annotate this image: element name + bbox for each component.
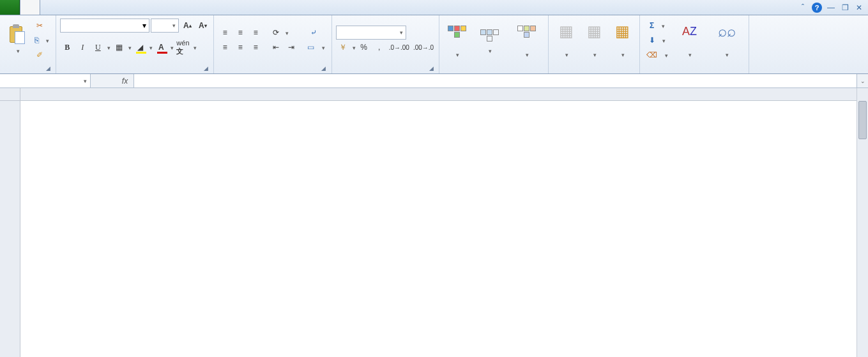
tab-view[interactable] — [136, 0, 155, 15]
align-left-button[interactable]: ≡ — [218, 40, 232, 54]
column-headers — [20, 88, 857, 101]
inc-decimal-button[interactable]: .0→.00 — [388, 40, 411, 54]
currency-button[interactable]: ￥ — [336, 40, 350, 54]
indent-dec-button[interactable]: ⇤ — [269, 40, 283, 54]
delete-cells-button[interactable]: ▦ — [581, 20, 607, 60]
name-box-input[interactable] — [0, 77, 81, 86]
eraser-icon: ⌫ — [646, 50, 657, 59]
formula-input[interactable] — [134, 74, 857, 87]
percent-button[interactable]: % — [357, 40, 371, 54]
italic-button[interactable]: I — [75, 40, 89, 54]
autosum-button[interactable]: Σ — [644, 19, 670, 33]
group-number: ▾ ￥ % , .0→.00 .00→.0 ◢ — [332, 15, 440, 73]
clipboard-launcher[interactable]: ◢ — [44, 65, 52, 73]
ribbon-min-icon[interactable]: ˆ — [798, 3, 808, 13]
paste-button[interactable] — [4, 24, 31, 56]
font-color-button[interactable]: A — [154, 40, 168, 54]
scroll-thumb[interactable] — [858, 101, 867, 139]
number-launcher[interactable]: ◢ — [427, 65, 435, 73]
merge-icon: ▭ — [307, 43, 314, 52]
number-format-combo[interactable]: ▾ — [336, 26, 406, 40]
fx-button[interactable]: fx — [116, 74, 134, 87]
find-select-button[interactable]: ⌕⌕ — [709, 20, 745, 60]
align-bottom-button[interactable]: ≡ — [248, 26, 263, 40]
binoculars-icon: ⌕⌕ — [717, 21, 737, 42]
insert-cells-button[interactable]: ▦ — [552, 20, 579, 60]
scissors-icon: ✂ — [36, 21, 43, 30]
group-styles — [439, 15, 549, 73]
align-launcher[interactable]: ◢ — [320, 65, 328, 73]
vertical-scrollbar[interactable] — [857, 88, 868, 357]
dec-decimal-button[interactable]: .00→.0 — [412, 40, 435, 54]
tab-review[interactable] — [117, 0, 136, 15]
window-restore-icon[interactable]: ❐ — [840, 3, 850, 13]
help-icon[interactable]: ? — [812, 3, 822, 13]
align-middle-button[interactable]: ≡ — [233, 26, 247, 40]
tab-file[interactable] — [0, 0, 20, 15]
insert-icon: ▦ — [556, 21, 576, 42]
table-icon — [479, 25, 499, 45]
name-box[interactable]: ▾ — [0, 74, 91, 87]
conditional-format-button[interactable] — [443, 20, 470, 60]
font-color-icon: A — [158, 43, 164, 52]
tab-home[interactable] — [20, 0, 40, 15]
window-close-icon[interactable]: ✕ — [854, 3, 864, 13]
font-launcher[interactable]: ◢ — [202, 65, 209, 73]
tab-data[interactable] — [98, 0, 117, 15]
tab-insert[interactable] — [40, 0, 59, 15]
border-icon: ▦ — [116, 43, 123, 52]
row-headers — [0, 101, 20, 357]
spreadsheet-grid — [0, 88, 868, 357]
copy-button[interactable]: ⎘ — [32, 33, 52, 47]
cell-style-button[interactable] — [508, 20, 544, 60]
phonetic-button[interactable]: wén文 — [175, 40, 190, 54]
bucket-icon: ◢ — [137, 43, 143, 52]
borders-button[interactable]: ▦ — [112, 40, 126, 54]
copy-icon: ⎘ — [34, 36, 39, 45]
shrink-font-button[interactable]: A▾ — [195, 19, 209, 33]
window-min-icon[interactable]: — — [826, 3, 836, 13]
tab-layout[interactable] — [59, 0, 79, 15]
group-editing: Σ ⬇ ⌫ AZ ⌕⌕ — [640, 15, 749, 73]
fill-button[interactable]: ⬇ — [644, 33, 670, 47]
sort-filter-button[interactable]: AZ — [672, 20, 708, 60]
clear-button[interactable]: ⌫ — [644, 48, 670, 62]
tab-dev[interactable] — [155, 0, 174, 15]
fill-color-button[interactable]: ◢ — [133, 40, 147, 54]
currency-icon: ￥ — [339, 42, 347, 53]
sigma-icon: Σ — [650, 21, 654, 30]
format-painter-button[interactable]: ✐ — [32, 48, 52, 62]
paste-icon — [7, 25, 27, 45]
menu-tabs: ˆ ? — ❐ ✕ — [0, 0, 868, 15]
group-align: ≡ ≡ ≡ ⟳ ≡ ≡ ≡ ⇤ ⇥ ⤶ ▭ — [214, 15, 331, 73]
formula-bar: ▾ fx ⌄ — [0, 74, 868, 88]
cond-format-icon — [446, 21, 467, 42]
cut-button[interactable]: ✂ — [32, 19, 52, 33]
align-top-button[interactable]: ≡ — [218, 26, 232, 40]
wrap-icon: ⤶ — [310, 28, 317, 37]
group-cells: ▦ ▦ ▦ — [549, 15, 640, 73]
tab-formula[interactable] — [79, 0, 98, 15]
brush-icon: ✐ — [36, 50, 43, 59]
align-center-button[interactable]: ≡ — [233, 40, 247, 54]
select-all-corner[interactable] — [0, 88, 20, 101]
align-right-button[interactable]: ≡ — [248, 40, 263, 54]
grow-font-button[interactable]: A▴ — [180, 19, 194, 33]
fill-icon: ⬇ — [649, 36, 655, 45]
format-icon: ▦ — [612, 21, 632, 42]
comma-button[interactable]: , — [372, 40, 386, 54]
delete-icon: ▦ — [584, 21, 604, 42]
indent-inc-button[interactable]: ⇥ — [284, 40, 298, 54]
orientation-button[interactable]: ⟳ — [269, 26, 283, 40]
font-size-combo[interactable]: ▾ — [151, 19, 179, 33]
merge-center-button[interactable]: ▭ — [305, 40, 327, 54]
underline-button[interactable]: U — [91, 40, 105, 54]
ribbon: ✂ ⎘ ✐ ◢ ▾ ▾ A▴ A▾ B I U ▦ — [0, 15, 868, 74]
wrap-text-button[interactable]: ⤶ — [305, 26, 327, 40]
font-name-combo[interactable]: ▾ — [60, 19, 149, 33]
bold-button[interactable]: B — [60, 40, 74, 54]
expand-formula-bar[interactable]: ⌄ — [857, 74, 868, 87]
cells-area[interactable] — [20, 101, 857, 357]
format-cells-button[interactable]: ▦ — [609, 20, 636, 60]
table-format-button[interactable] — [471, 24, 507, 56]
